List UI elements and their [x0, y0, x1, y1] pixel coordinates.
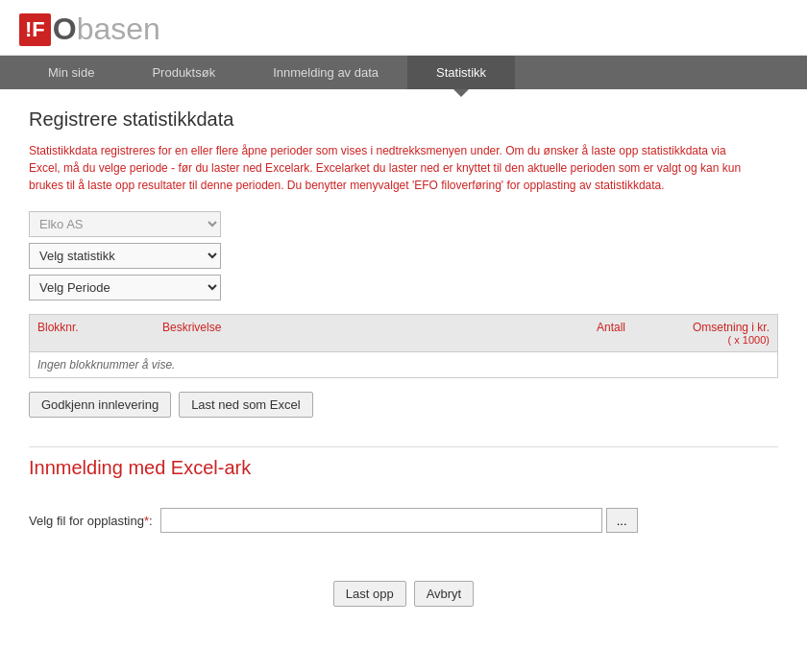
company-select-group: Elko AS	[29, 211, 778, 237]
col-beskrivelse: Beskrivelse	[155, 315, 537, 351]
section-divider	[29, 446, 778, 447]
nav-produktsok[interactable]: Produktsøk	[123, 56, 244, 89]
logo-box: !F	[19, 13, 51, 46]
nav-min-side[interactable]: Min side	[19, 56, 123, 89]
bottom-buttons: Last opp Avbryt	[29, 571, 778, 616]
col-blokknr: Blokknr.	[30, 315, 155, 351]
table-empty-message: Ingen blokknummer å vise.	[30, 352, 777, 377]
content: Registrere statistikkdata Statistikkdata…	[0, 89, 807, 636]
logo: !F O basen	[19, 12, 160, 47]
statistikk-select[interactable]: Velg statistikk	[29, 243, 221, 269]
section2-title: Innmelding med Excel-ark	[29, 457, 778, 479]
statistikk-select-group: Velg statistikk	[29, 243, 778, 269]
info-text: Statistikkdata registreres for en eller …	[29, 142, 759, 194]
file-input[interactable]	[160, 508, 602, 533]
download-excel-button[interactable]: Last ned som Excel	[179, 392, 312, 418]
statistikk-table: Blokknr. Beskrivelse Antall Omsetning i …	[29, 314, 778, 378]
table-header: Blokknr. Beskrivelse Antall Omsetning i …	[30, 315, 777, 352]
col-antall: Antall	[537, 315, 633, 351]
upload-label: Velg fil for opplasting*:	[29, 514, 153, 528]
upload-row: Velg fil for opplasting*: ...	[29, 498, 778, 542]
company-select[interactable]: Elko AS	[29, 211, 221, 237]
page-title: Registrere statistikkdata	[29, 108, 778, 131]
cancel-button[interactable]: Avbryt	[414, 581, 475, 607]
col-omsetning: Omsetning i kr. ( x 1000)	[633, 315, 777, 351]
browse-button[interactable]: ...	[606, 508, 638, 533]
action-buttons: Godkjenn innlevering Last ned som Excel	[29, 392, 778, 418]
main-nav: Min side Produktsøk Innmelding av data S…	[0, 56, 807, 89]
header: !F O basen	[0, 0, 807, 56]
periode-select-group: Velg Periode	[29, 275, 778, 300]
logo-o: O	[53, 12, 77, 47]
periode-select[interactable]: Velg Periode	[29, 275, 221, 300]
upload-button[interactable]: Last opp	[333, 581, 406, 607]
nav-innmelding[interactable]: Innmelding av data	[244, 56, 407, 89]
approve-button[interactable]: Godkjenn innlevering	[29, 392, 171, 418]
nav-statistikk[interactable]: Statistikk	[407, 56, 515, 89]
logo-basen: basen	[77, 12, 160, 47]
